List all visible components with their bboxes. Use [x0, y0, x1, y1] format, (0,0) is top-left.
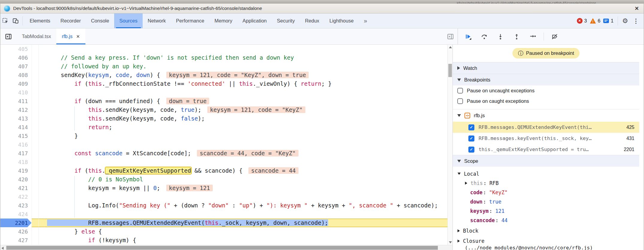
pause-uncaught-checkbox[interactable] [457, 88, 463, 94]
breakpoint-snippet: RFB.messages.QEMUExtendedKeyEvent(thi… [479, 124, 622, 130]
line-number[interactable]: 405 [0, 45, 31, 53]
line-number[interactable]: 422 [0, 192, 31, 201]
horizontal-scroll-thumb[interactable] [6, 246, 438, 250]
toolbar-tab-lighthouse[interactable]: Lighthouse [324, 13, 359, 28]
scroll-up-arrow[interactable] [449, 46, 452, 48]
step-out-button[interactable] [513, 33, 520, 40]
device-toolbar-button[interactable] [10, 13, 21, 28]
breakpoints-section-header[interactable]: Breakpoints [453, 74, 639, 85]
scroll-down-arrow[interactable] [449, 241, 452, 243]
debugger-controls [458, 28, 644, 44]
line-number[interactable]: 407 [0, 62, 31, 71]
line-number[interactable]: 424 [0, 210, 31, 219]
warning-count[interactable]: 6 [598, 18, 600, 24]
vertical-scroll-thumb[interactable] [448, 64, 452, 77]
line-number[interactable]: 417 [0, 149, 31, 158]
scope-section-header[interactable]: Scope [453, 155, 639, 167]
scope-closure-row[interactable]: Closure [453, 237, 639, 245]
scope-variable-this[interactable]: this:RFB [453, 178, 639, 188]
gutter-marker-column [31, 132, 38, 140]
toolbar-tab-elements[interactable]: Elements [25, 13, 55, 28]
step-into-button[interactable] [497, 33, 504, 40]
scope-variable-scancode[interactable]: scancode:44 [453, 216, 639, 225]
line-number[interactable]: 418 [0, 158, 31, 166]
step-over-button[interactable] [481, 33, 488, 40]
toggle-debugger-sidebar-button[interactable] [447, 28, 454, 44]
scope-variable-keysym[interactable]: keysym:121 [453, 206, 639, 216]
line-number[interactable]: 409 [0, 79, 31, 88]
pause-caught-exceptions-row[interactable]: Pause on caught exceptions [453, 96, 639, 106]
line-number[interactable]: 406 [0, 53, 31, 62]
gutter-marker-column [38, 158, 45, 166]
execution-line-number[interactable]: 2201 [0, 219, 31, 227]
toolbar-tab-console[interactable]: Console [86, 13, 114, 28]
scope-variable-down[interactable]: down:true [453, 197, 639, 206]
breakpoint-row[interactable]: ✓RFB.messages.keyEvent(this._sock, key…4… [453, 133, 639, 144]
toolbar-tab-network[interactable]: Network [143, 13, 171, 28]
issues-icon[interactable] [603, 19, 609, 23]
line-number[interactable]: 413 [0, 114, 31, 123]
inspect-element-button[interactable] [0, 13, 10, 28]
vertical-scrollbar[interactable] [447, 45, 453, 245]
warning-icon[interactable]: ! [590, 18, 596, 24]
toggle-navigator-button[interactable] [0, 28, 16, 44]
file-tab-tabmodal[interactable]: TabModal.tsx [16, 28, 56, 44]
deactivate-breakpoints-button[interactable] [551, 33, 558, 40]
line-number[interactable]: 416 [0, 140, 31, 149]
breakpoint-file-group[interactable]: <> rfb.js [453, 109, 639, 122]
breakpoint-checkbox[interactable]: ✓ [468, 147, 474, 153]
watch-section-label: Watch [463, 65, 477, 71]
gutter-marker-column [38, 45, 45, 53]
resume-script-button[interactable] [464, 33, 472, 40]
line-number[interactable]: 423 [0, 201, 31, 210]
scope-block-row[interactable]: Block [453, 226, 639, 235]
line-number[interactable]: 420 [0, 175, 31, 184]
toolbar-tab-memory[interactable]: Memory [209, 13, 238, 28]
breakpoint-snippet: this._qemuExtKeyEventSupported = tru… [479, 147, 619, 152]
watch-section-header[interactable]: Watch [453, 62, 639, 74]
toolbar-tab-security[interactable]: Security [272, 13, 300, 28]
line-number[interactable]: 414 [0, 123, 31, 132]
pause-caught-checkbox[interactable] [457, 98, 463, 104]
scope-variable-code[interactable]: code:"KeyZ" [453, 188, 639, 197]
error-icon[interactable]: ✕ [577, 18, 583, 24]
toolbar-tab-redux[interactable]: Redux [300, 13, 325, 28]
variable-value: "KeyZ" [489, 189, 507, 195]
horizontal-scrollbar[interactable] [0, 245, 453, 250]
code-editor[interactable]: 405406 // Send a key press. If 'down' is… [0, 45, 453, 250]
more-tabs-button[interactable]: » [359, 13, 372, 28]
line-number[interactable]: 421 [0, 184, 31, 192]
breakpoint-checkbox[interactable]: ✓ [468, 135, 474, 141]
toolbar-tab-performance[interactable]: Performance [171, 13, 209, 28]
line-number[interactable]: 415 [0, 132, 31, 140]
scroll-left-arrow[interactable] [1, 247, 4, 250]
window-titlebar[interactable]: DevTools - localhost:9000/k8s/ns/default… [0, 4, 644, 13]
line-number[interactable]: 426 [0, 227, 31, 236]
settings-gear-button[interactable]: ⚙ [622, 17, 628, 25]
file-tab-rfbjs[interactable]: rfb.js ✕ [56, 28, 85, 44]
toolbar-tab-sources[interactable]: Sources [114, 13, 143, 28]
close-tab-icon[interactable]: ✕ [76, 34, 80, 39]
issue-count[interactable]: 1 [611, 18, 613, 24]
scope-local-row[interactable]: Local [453, 169, 639, 178]
toolbar-tab-recorder[interactable]: Recorder [55, 13, 86, 28]
line-number[interactable]: 412 [0, 106, 31, 114]
error-count[interactable]: 3 [584, 18, 587, 24]
step-button[interactable] [529, 33, 536, 40]
breakpoint-row[interactable]: ✓this._qemuExtKeyEventSupported = tru…22… [453, 144, 639, 155]
line-number[interactable]: 419 [0, 166, 31, 175]
toolbar-tab-application[interactable]: Application [237, 13, 272, 28]
collapsed-expander-icon[interactable] [465, 181, 467, 184]
gutter-marker-column [38, 88, 45, 97]
variable-name: down [470, 199, 482, 205]
breakpoint-row[interactable]: ✓RFB.messages.QEMUExtendedKeyEvent(thi…4… [453, 122, 639, 133]
breakpoint-checkbox[interactable]: ✓ [468, 124, 474, 130]
gutter-marker-column [38, 114, 45, 123]
line-number[interactable]: 427 [0, 236, 31, 245]
kebab-menu-button[interactable]: ⋮ [633, 17, 639, 25]
line-number[interactable]: 408 [0, 71, 31, 79]
line-number[interactable]: 410 [0, 88, 31, 97]
line-number[interactable]: 411 [0, 97, 31, 106]
window-close-button[interactable]: ✕ [634, 5, 640, 12]
pause-uncaught-exceptions-row[interactable]: Pause on uncaught exceptions [453, 85, 639, 96]
